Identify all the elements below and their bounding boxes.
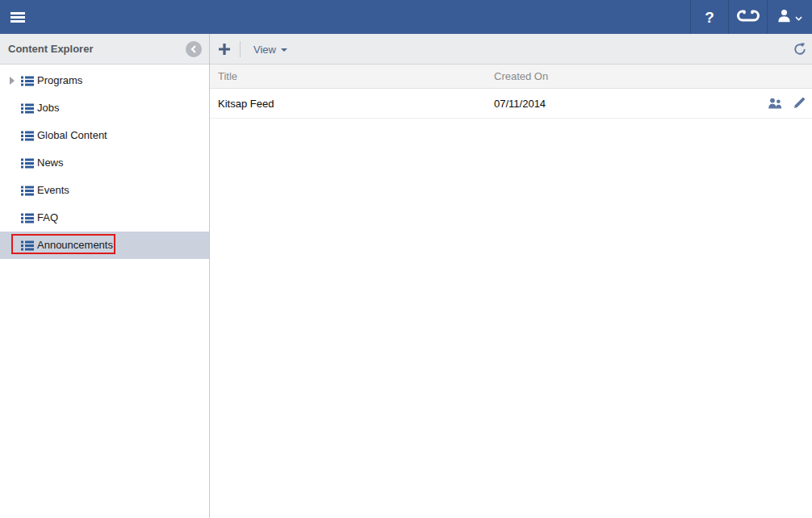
row-actions <box>767 90 806 119</box>
table-header: Title Created On <box>210 65 812 89</box>
refresh-icon <box>793 47 807 59</box>
chevron-left-icon <box>190 44 197 56</box>
view-dropdown[interactable]: View <box>253 34 287 65</box>
content-toolbar: View <box>210 34 812 65</box>
list-icon <box>21 157 34 168</box>
content-tree: Programs Jobs <box>0 65 209 518</box>
list-icon <box>21 102 34 113</box>
edit-button[interactable] <box>793 96 806 112</box>
users-icon <box>767 98 784 111</box>
hamburger-menu-button[interactable] <box>0 0 36 34</box>
sidebar-item-label: Jobs <box>37 94 59 122</box>
panel-title: Content Explorer <box>8 34 93 64</box>
refresh-button[interactable] <box>793 42 807 56</box>
caret-down-icon <box>281 48 287 52</box>
sidebar-item-announcements[interactable]: Announcements <box>0 232 209 259</box>
list-icon <box>21 240 34 250</box>
question-mark-icon: ? <box>705 10 714 25</box>
user-icon <box>777 9 791 25</box>
sidebar-item-label: Events <box>37 177 69 204</box>
sidebar-item-label: Programs <box>37 67 82 94</box>
collapse-panel-button[interactable] <box>186 41 202 57</box>
help-button[interactable]: ? <box>690 0 728 34</box>
column-header-created-on[interactable]: Created On <box>494 65 548 89</box>
sidebar-item-news[interactable]: News <box>0 149 209 177</box>
pencil-icon <box>793 96 806 112</box>
top-bar: ? <box>0 0 812 34</box>
manage-users-button[interactable] <box>767 98 784 111</box>
table-row[interactable]: Kitsap Feed 07/11/2014 <box>210 90 812 119</box>
topbar-actions: ? <box>690 0 812 34</box>
list-icon <box>21 185 34 195</box>
list-icon <box>21 75 34 86</box>
add-button[interactable] <box>217 42 232 56</box>
sidebar-header: Content Explorer <box>0 34 209 65</box>
list-icon <box>21 212 34 223</box>
sidebar-item-label: Announcements <box>37 232 113 259</box>
content-area: View Title Created On Kitsap Feed 07/11/… <box>210 34 812 518</box>
toolbar-divider <box>240 41 241 57</box>
sidebar-item-programs[interactable]: Programs <box>0 67 209 94</box>
user-menu-button[interactable] <box>767 0 812 34</box>
handset-icon <box>737 10 760 24</box>
row-title-cell[interactable]: Kitsap Feed <box>218 90 274 118</box>
expand-caret-icon[interactable] <box>10 77 15 85</box>
row-created-on-cell: 07/11/2014 <box>494 90 546 118</box>
sidebar-item-jobs[interactable]: Jobs <box>0 94 209 122</box>
sidebar-item-label: FAQ <box>37 204 58 232</box>
sidebar-item-label: Global Content <box>37 122 107 149</box>
chevron-down-icon <box>795 11 802 23</box>
column-header-title[interactable]: Title <box>218 65 237 89</box>
hamburger-icon <box>10 12 25 23</box>
utility-button[interactable] <box>728 0 767 34</box>
view-dropdown-label: View <box>253 44 276 56</box>
sidebar-item-events[interactable]: Events <box>0 177 209 204</box>
list-icon <box>21 130 34 140</box>
sidebar-item-faq[interactable]: FAQ <box>0 204 209 232</box>
sidebar-item-label: News <box>37 149 64 177</box>
sidebar: Content Explorer P <box>0 34 210 518</box>
plus-icon <box>217 47 232 59</box>
app-root: ? <box>0 0 812 518</box>
sidebar-item-global-content[interactable]: Global Content <box>0 122 209 149</box>
